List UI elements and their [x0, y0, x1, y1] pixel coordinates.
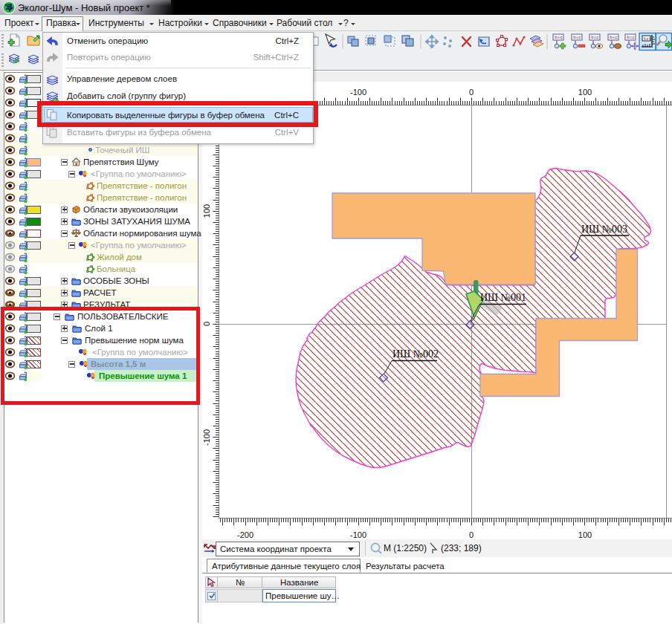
svg-text:100: 100: [578, 88, 592, 97]
svg-text:bxc: bxc: [591, 35, 599, 40]
svg-text:ИШ №003: ИШ №003: [581, 224, 627, 235]
svg-text:0: 0: [202, 322, 211, 326]
svg-text:bxc: bxc: [627, 35, 635, 40]
svg-text:100: 100: [578, 530, 592, 539]
svg-text:ИШ №002: ИШ №002: [392, 348, 439, 360]
svg-text:bxc: bxc: [610, 35, 618, 40]
svg-text:bxc: bxc: [555, 35, 563, 40]
svg-text:txt: txt: [644, 36, 652, 42]
svg-text:100: 100: [202, 204, 211, 218]
svg-text:-100: -100: [350, 88, 366, 97]
svg-text:-100: -100: [202, 429, 211, 446]
svg-text:-100: -100: [350, 530, 366, 539]
svg-text:0: 0: [469, 530, 474, 539]
svg-text:0: 0: [469, 88, 474, 97]
svg-text:bxc: bxc: [573, 35, 581, 40]
svg-text:-200: -200: [237, 530, 253, 539]
svg-text:ИШ №001: ИШ №001: [480, 292, 526, 303]
